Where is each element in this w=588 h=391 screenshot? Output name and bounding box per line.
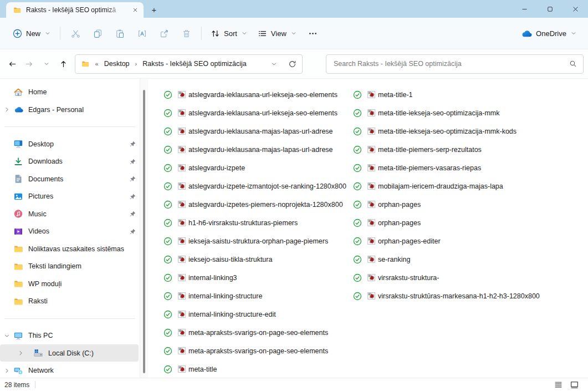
status-divider: [35, 381, 35, 388]
chevron-right-icon[interactable]: [0, 367, 13, 374]
file-item[interactable]: internal-linking-structure-edit: [163, 305, 346, 323]
breadcrumb-current-folder[interactable]: Raksts - Iekšējā SEO optimizācija: [142, 60, 247, 68]
file-item[interactable]: orphan-pages: [353, 195, 540, 214]
chevron-right-icon[interactable]: [0, 349, 33, 357]
sidebar-item-raksti[interactable]: Raksti: [0, 293, 139, 310]
sidebar-item-noliktavas-uzsakaites-sist-mas[interactable]: Noliktavas uzsakaites sistēmas: [0, 240, 139, 257]
file-explorer-window: Raksts - Iekšējā SEO optimizā + New Sort: [0, 0, 588, 391]
file-item[interactable]: iekseja-saistu-struktura-orphan-page-pie…: [163, 232, 346, 250]
sidebar-item-pictures[interactable]: Pictures: [0, 188, 139, 205]
onedrive-status-button[interactable]: OneDrive: [515, 23, 582, 43]
file-item[interactable]: atslegvardu-ieklausana-majas-lapas-url-a…: [163, 140, 346, 159]
file-item[interactable]: meta-title-iekseja-seo-optimizacija-mmk: [353, 104, 540, 122]
rename-button[interactable]: [131, 23, 153, 43]
file-item[interactable]: atslegvardu-ieklausana-majas-lapas-url-a…: [163, 122, 346, 140]
file-item[interactable]: meta-title: [163, 360, 346, 378]
sidebar-item-teksti-landingiem[interactable]: Teksti landingiem: [0, 258, 139, 275]
file-item[interactable]: atslegvarda-ieklausana-url-iekseja-seo-e…: [163, 104, 346, 122]
file-item[interactable]: atslegvardu-izpete-izmantojot-se-ranking…: [163, 177, 346, 195]
file-item[interactable]: mobilajam-iericem-draudziga-majas-lapa: [353, 177, 540, 195]
sidebar-item-wp-modu-i[interactable]: WP moduļi: [0, 275, 139, 292]
view-button-label: View: [271, 29, 287, 38]
broken-image-icon: [367, 126, 376, 136]
sidebar-item-desktop[interactable]: Desktop: [0, 135, 139, 153]
sidebar-item-music[interactable]: Music: [0, 205, 139, 222]
file-item[interactable]: meta-apraksts-svarigs-on-page-seo-elemen…: [163, 323, 346, 342]
sidebar-item-network[interactable]: Network: [0, 362, 139, 378]
scrollbar-thumb[interactable]: [143, 90, 145, 373]
desktop-icon: [13, 139, 23, 149]
broken-image-icon: [177, 273, 187, 282]
navigation-scrollbar[interactable]: [140, 79, 148, 378]
file-item[interactable]: virsrakstu-struktūras-markesana-h1-h2-h3…: [353, 287, 540, 305]
file-item[interactable]: atslegvardu-izpete: [163, 159, 346, 177]
file-item[interactable]: internal-linking-structure: [163, 287, 346, 305]
share-button[interactable]: [153, 23, 175, 43]
up-button[interactable]: [55, 55, 71, 72]
file-item[interactable]: orphan-pages-editer: [353, 232, 540, 250]
sync-status-icon: [353, 237, 362, 246]
network-icon: [13, 366, 23, 375]
maximize-button[interactable]: [537, 0, 563, 18]
file-name: virsrakstu-struktura-: [378, 274, 439, 282]
file-item[interactable]: se-ranking: [353, 250, 540, 268]
sidebar-item-local-disk-c[interactable]: Local Disk (C:): [0, 344, 139, 362]
new-tab-button[interactable]: +: [147, 3, 161, 16]
file-item[interactable]: meta-title-1: [353, 85, 540, 104]
broken-image-icon: [367, 291, 376, 301]
broken-image-icon: [177, 145, 187, 154]
paste-button[interactable]: [109, 23, 131, 43]
tab-close-button[interactable]: [130, 5, 140, 16]
breadcrumb-desktop[interactable]: Desktop: [104, 60, 130, 68]
recent-locations-button[interactable]: [38, 55, 54, 72]
cut-button[interactable]: [64, 23, 86, 43]
sidebar-item-videos[interactable]: Videos: [0, 223, 139, 240]
sync-status-icon: [163, 365, 172, 374]
chevron-down-icon[interactable]: [0, 332, 13, 339]
folder-icon: [13, 244, 23, 253]
file-name: meta-title-iekseja-seo-optimizacija-mmk-…: [378, 128, 517, 135]
forward-button[interactable]: [22, 55, 38, 72]
sidebar-item-home[interactable]: Home: [0, 84, 139, 101]
file-item[interactable]: internal-linking3: [163, 268, 346, 287]
broken-image-icon: [177, 218, 187, 227]
close-window-button[interactable]: [563, 0, 588, 18]
minimize-button[interactable]: [512, 0, 537, 18]
copy-button[interactable]: [86, 23, 109, 43]
file-item[interactable]: meta-title-iekseja-seo-optimizacija-mmk-…: [353, 122, 540, 140]
file-name: atslegvardu-ieklausana-majas-lapas-url-a…: [188, 146, 333, 154]
sidebar-item-label: Videos: [28, 227, 126, 235]
sidebar-item-documents[interactable]: Documents: [0, 170, 139, 187]
onedrive-label: OneDrive: [536, 29, 566, 38]
file-item[interactable]: meta-apraksts-svarigs-on-page-seo-elemen…: [163, 342, 346, 360]
back-button[interactable]: [4, 55, 21, 72]
address-dropdown-icon[interactable]: [270, 60, 278, 68]
more-options-button[interactable]: [302, 23, 324, 43]
file-item[interactable]: h1-h6-virsrakstu-strukturas-piemers: [163, 214, 346, 232]
details-view-button[interactable]: [554, 380, 563, 389]
refresh-icon[interactable]: [288, 60, 296, 68]
file-item[interactable]: virsrakstu-struktura-: [353, 268, 540, 287]
item-count: 28 items: [4, 381, 29, 389]
breadcrumb-collapse[interactable]: «: [94, 60, 100, 67]
sidebar-item-label: Local Disk (C:): [48, 349, 136, 357]
sidebar-item-edgars-personal[interactable]: Edgars - Personal: [0, 101, 139, 118]
file-item[interactable]: meta-title-piemers-serp-rezultatos: [353, 140, 540, 159]
sort-button[interactable]: Sort: [206, 23, 253, 43]
new-button[interactable]: New: [8, 23, 56, 43]
search-input[interactable]: [333, 59, 569, 68]
sidebar-item-downloads[interactable]: Downloads: [0, 153, 139, 170]
file-item[interactable]: ieksejo-saisu-tikla-struktura: [163, 250, 346, 268]
explorer-tab[interactable]: Raksts - Iekšējā SEO optimizā: [6, 2, 144, 18]
large-thumbnails-view-button[interactable]: [570, 380, 579, 389]
file-item[interactable]: meta-title-piemers-vasaras-riepas: [353, 159, 540, 177]
view-button[interactable]: View: [253, 23, 302, 43]
file-item[interactable]: orphan-pages: [353, 214, 540, 232]
sidebar-item-this-pc[interactable]: This PC: [0, 327, 139, 344]
search-box[interactable]: [326, 54, 584, 74]
address-bar[interactable]: « Desktop › Raksts - Iekšējā SEO optimiz…: [75, 54, 303, 74]
file-item[interactable]: atslegvarda-ieklausana-url-iekseja-seo-e…: [163, 85, 346, 104]
delete-button[interactable]: [175, 23, 197, 43]
file-item[interactable]: atslegvardu-izpetes-piemers-noprojekta-1…: [163, 195, 346, 214]
chevron-right-icon[interactable]: [0, 106, 13, 114]
